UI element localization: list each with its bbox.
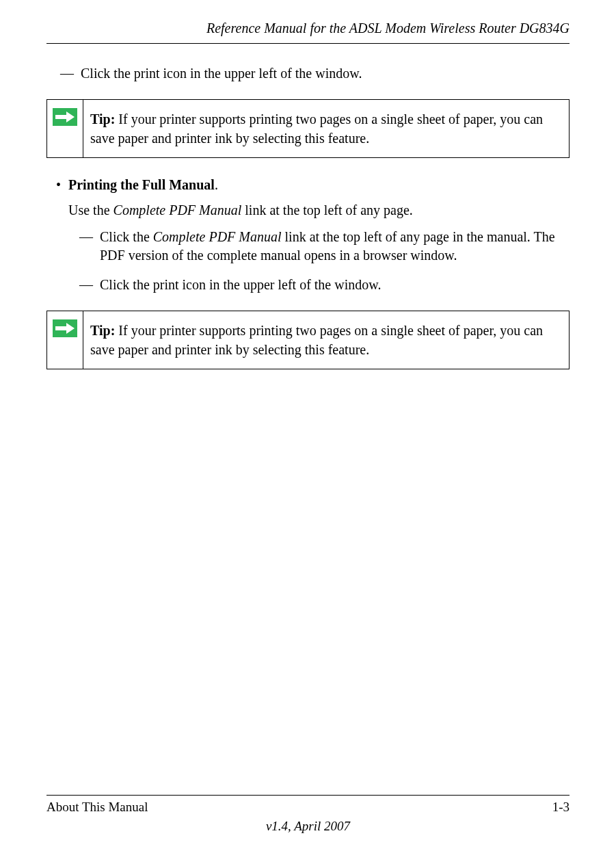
footer-version: v1.4, April 2007 <box>0 819 616 834</box>
tip-text: Tip: If your printer supports printing t… <box>83 311 570 369</box>
tip-icon-cell <box>47 100 83 158</box>
dash-marker: — <box>79 277 100 292</box>
dash-text-italic: Complete PDF Manual <box>153 229 282 244</box>
footer-section-title: About This Manual <box>46 800 148 815</box>
bullet-tail: . <box>215 177 218 192</box>
paragraph-prefix: Use the <box>68 202 113 218</box>
dash-list-item: —Click the print icon in the upper left … <box>81 64 570 83</box>
arrow-right-icon <box>53 319 77 337</box>
bullet-bold-text: Printing the Full Manual <box>68 177 215 192</box>
dash-text: Click the print icon in the upper left o… <box>81 66 362 81</box>
tip-icon-cell <box>47 311 83 369</box>
dash-list-item: — Click the Complete PDF Manual link at … <box>79 228 570 265</box>
footer-divider <box>46 795 570 796</box>
paragraph-tail: link at the top left of any page. <box>241 202 412 218</box>
body-paragraph: Use the Complete PDF Manual link at the … <box>68 201 570 220</box>
tip-label: Tip: <box>90 111 115 127</box>
tip-box: Tip: If your printer supports printing t… <box>46 99 570 158</box>
dash-text: Click the print icon in the upper left o… <box>100 277 381 292</box>
tip-body-text: If your printer supports printing two pa… <box>90 111 543 146</box>
tip-text: Tip: If your printer supports printing t… <box>83 100 570 158</box>
arrow-right-icon <box>53 108 77 126</box>
bullet-list-item: •Printing the Full Manual. <box>68 177 570 193</box>
dash-text-prefix: Click the <box>100 229 153 244</box>
dash-marker: — <box>79 229 100 244</box>
footer-page-number: 1-3 <box>552 800 570 815</box>
tip-label: Tip: <box>90 323 115 338</box>
bullet-marker: • <box>56 177 68 193</box>
tip-body-text: If your printer supports printing two pa… <box>90 323 543 357</box>
page-footer: About This Manual 1-3 <box>46 800 570 815</box>
paragraph-italic: Complete PDF Manual <box>113 202 242 218</box>
header-title: Reference Manual for the ADSL Modem Wire… <box>206 21 570 36</box>
page-header: Reference Manual for the ADSL Modem Wire… <box>46 0 570 44</box>
dash-marker: — <box>60 64 81 83</box>
tip-box: Tip: If your printer supports printing t… <box>46 311 570 369</box>
dash-list-item: — Click the print icon in the upper left… <box>79 276 570 294</box>
